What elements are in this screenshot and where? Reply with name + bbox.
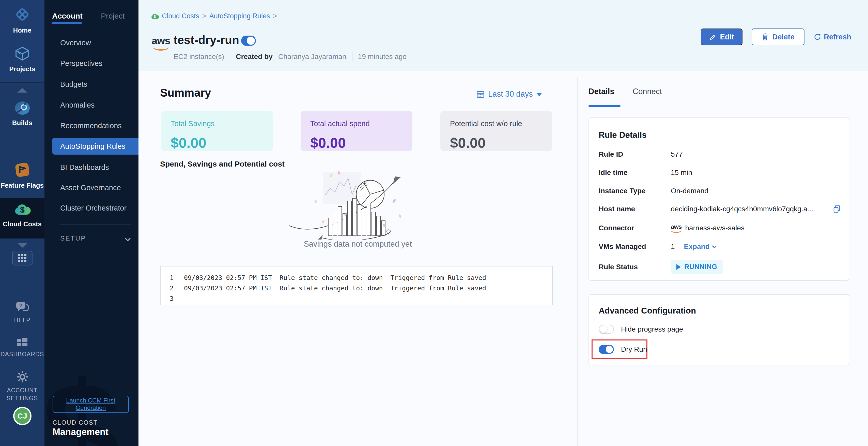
rail-label-help: HELP xyxy=(14,317,30,324)
rail-item-cloud-costs[interactable]: $ Cloud Costs xyxy=(0,202,44,228)
edit-button[interactable]: Edit xyxy=(701,28,742,45)
projects-cube-icon xyxy=(14,46,30,62)
setup-label: SETUP xyxy=(60,234,86,242)
sidebar-item-overview[interactable]: Overview xyxy=(60,39,136,47)
rail-label-account-settings-1: ACCOUNT xyxy=(7,387,38,394)
rail-label-feature-flags: Feature Flags xyxy=(1,182,44,189)
sidebar-item-autostopping-rules[interactable]: AutoStopping Rules xyxy=(52,138,138,155)
tab-details[interactable]: Details xyxy=(588,87,614,96)
app-window: Home Projects Builds Feature Flags $ xyxy=(0,0,868,446)
rail-item-projects[interactable]: Projects xyxy=(0,46,44,73)
copy-icon[interactable] xyxy=(832,205,841,213)
vms-managed-row: VMs Managed 1 Expand xyxy=(599,243,841,251)
page-title: test-dry-run xyxy=(174,33,239,47)
advanced-configuration-card: Advanced Configuration Hide progress pag… xyxy=(588,294,849,365)
toggle-knob xyxy=(606,346,613,353)
rail-label-builds: Builds xyxy=(12,119,32,127)
hide-progress-row: Hide progress page xyxy=(599,325,683,334)
dry-run-toggle[interactable] xyxy=(599,345,614,354)
rule-enabled-toggle[interactable] xyxy=(241,36,256,46)
connector-name: harness-aws-sales xyxy=(685,224,744,232)
breadcrumb-cloud-costs[interactable]: Cloud Costs xyxy=(162,12,199,20)
log-line: 3 xyxy=(170,293,552,304)
rule-id-row: Rule ID 577 xyxy=(599,150,841,158)
rail-item-builds[interactable]: Builds xyxy=(0,101,44,127)
rail-label-home: Home xyxy=(13,26,31,34)
rail-item-help[interactable]: ? HELP xyxy=(0,302,44,324)
dry-run-label: Dry Run xyxy=(621,345,647,353)
svg-text:$: $ xyxy=(154,14,156,19)
sidebar-item-label: AutoStopping Rules xyxy=(60,142,125,151)
tab-connect[interactable]: Connect xyxy=(633,87,662,96)
sidebar-item-asset-governance[interactable]: Asset Governance xyxy=(60,184,136,192)
dashboards-icon xyxy=(17,337,28,347)
summary-heading: Summary xyxy=(160,86,211,99)
trash-icon xyxy=(762,33,769,41)
module-picker-button[interactable] xyxy=(12,251,33,265)
total-actual-spend-card: Total actual spend $0.00 xyxy=(301,111,412,151)
rule-status-row: Rule Status RUNNING xyxy=(599,260,841,274)
empty-chart-illustration xyxy=(285,171,427,240)
potential-cost-value: $0.00 xyxy=(450,135,542,151)
rail-label-dashboards: DASHBOARDS xyxy=(1,351,44,358)
rail-item-feature-flags[interactable]: Feature Flags xyxy=(0,162,44,189)
user-avatar[interactable]: CJ xyxy=(13,407,32,425)
tab-account[interactable]: Account xyxy=(52,12,83,20)
rail-label-projects: Projects xyxy=(9,65,35,73)
rail-item-dashboards[interactable]: DASHBOARDS xyxy=(0,337,44,358)
advanced-configuration-heading: Advanced Configuration xyxy=(599,306,696,316)
sidebar-item-bi-dashboards[interactable]: BI Dashboards xyxy=(60,163,136,172)
hide-progress-label: Hide progress page xyxy=(621,325,683,333)
breadcrumb-separator: > xyxy=(202,12,206,20)
breadcrumb-autostopping-rules[interactable]: AutoStopping Rules xyxy=(209,12,270,20)
aws-connector-icon: aws xyxy=(671,223,681,233)
brand-management: Management xyxy=(53,427,108,437)
builds-icon xyxy=(14,101,30,115)
sidebar-item-recommendations[interactable]: Recommendations xyxy=(60,122,136,130)
rail-scroll-up-chevron[interactable] xyxy=(17,88,27,93)
header-actions: Edit Delete Refresh xyxy=(701,28,851,45)
dry-run-row: Dry Run xyxy=(599,345,647,354)
svg-text:?: ? xyxy=(19,303,22,308)
host-name-link[interactable]: deciding-kodiak-cg4qcs4h0mmv6lo7gqkg.a..… xyxy=(671,205,813,213)
sidebar-setup-section[interactable]: SETUP xyxy=(60,234,130,242)
calendar-icon xyxy=(476,90,485,98)
play-icon xyxy=(676,264,681,270)
delete-button[interactable]: Delete xyxy=(752,28,804,45)
rule-age: 19 minutes ago xyxy=(358,53,407,61)
chart-section-label: Spend, Savings and Potential cost xyxy=(160,160,285,168)
breadcrumb: $ Cloud Costs > AutoStopping Rules > xyxy=(151,12,277,20)
total-savings-card: Total Savings $0.00 xyxy=(161,111,273,151)
chevron-down-icon xyxy=(712,244,717,248)
sidebar-item-cluster-orchestrator[interactable]: Cluster Orchestrator xyxy=(60,204,136,212)
aws-logo: aws xyxy=(152,35,170,51)
hide-progress-toggle[interactable] xyxy=(599,325,614,334)
potential-cost-label: Potential cost w/o rule xyxy=(450,120,542,128)
cloud-costs-icon: $ xyxy=(13,202,31,217)
gear-icon xyxy=(16,370,29,383)
date-range-selector[interactable]: Last 30 days xyxy=(476,90,542,99)
sidebar-item-perspectives[interactable]: Perspectives xyxy=(60,59,136,68)
date-range-label: Last 30 days xyxy=(488,90,533,99)
sidebar-item-budgets[interactable]: Budgets xyxy=(60,80,136,88)
tab-project[interactable]: Project xyxy=(101,12,125,20)
rule-details-card: Rule Details Rule ID 577 Idle time 15 mi… xyxy=(588,117,849,281)
rail-item-home[interactable]: Home xyxy=(0,6,44,34)
idle-time-row: Idle time 15 min xyxy=(599,169,841,177)
launch-ccm-first-gen-button[interactable]: Launch CCM First Generation xyxy=(53,396,129,413)
toggle-knob xyxy=(600,326,607,333)
total-actual-spend-value: $0.00 xyxy=(310,135,403,151)
refresh-button[interactable]: Refresh xyxy=(814,33,851,41)
harness-home-icon xyxy=(14,6,31,23)
rail-item-account-settings[interactable]: ACCOUNT SETTINGS xyxy=(0,370,44,402)
sidebar-item-anomalies[interactable]: Anomalies xyxy=(60,101,136,109)
breadcrumb-separator: > xyxy=(273,12,277,20)
account-tab-underline xyxy=(52,22,82,24)
rule-details-heading: Rule Details xyxy=(599,130,647,140)
expand-vms-button[interactable]: Expand xyxy=(684,243,716,251)
service-type: EC2 instance(s) xyxy=(174,53,224,61)
rule-log-viewer: 109/03/2023 02:57 PM IST Rule state chan… xyxy=(160,266,553,305)
details-tab-underline xyxy=(588,105,621,107)
rail-scroll-down-chevron[interactable] xyxy=(17,243,27,248)
empty-chart-message: Savings data not computed yet xyxy=(138,240,577,249)
